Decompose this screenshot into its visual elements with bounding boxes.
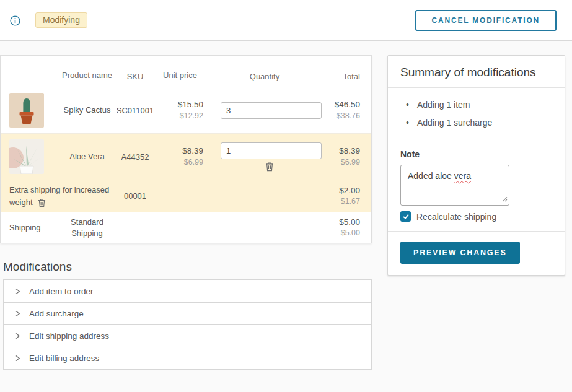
chevron-right-icon xyxy=(14,354,21,362)
delete-surcharge-button[interactable] xyxy=(38,198,46,207)
recalculate-shipping-checkbox-row[interactable]: Recalculate shipping xyxy=(400,211,552,222)
note-label: Note xyxy=(400,149,552,159)
chevron-right-icon xyxy=(14,310,21,318)
accordion-edit-shipping-address[interactable]: Edit shipping address xyxy=(4,324,371,347)
aloe-vera-image xyxy=(9,139,44,174)
order-items-table: Product name SKU Unit price Quantity Tot… xyxy=(0,55,372,243)
modifications-heading: Modifications xyxy=(3,260,372,274)
summary-of-modifications-panel: Summary of modifications Adding 1 item A… xyxy=(387,55,565,276)
accordion-add-item-to-order[interactable]: Add item to order xyxy=(4,280,371,302)
accordion-add-surcharge[interactable]: Add surcharge xyxy=(4,302,371,324)
row-total: $5.00 xyxy=(326,217,360,228)
row-total: $2.00 xyxy=(326,185,360,196)
panel-title: Summary of modifications xyxy=(400,66,552,79)
summary-bullet-item: Adding 1 item xyxy=(400,96,552,114)
quantity-input-aloe-vera[interactable] xyxy=(221,142,322,159)
note-textarea[interactable]: Added aloe vera xyxy=(400,165,509,206)
modifications-accordion: Add item to order Add surcharge Edit shi… xyxy=(3,279,372,370)
product-sku: SC011001 xyxy=(113,106,157,115)
accordion-edit-billing-address[interactable]: Edit billing address xyxy=(4,347,371,369)
row-total: $46.50 xyxy=(326,99,360,110)
table-row-spiky-cactus: Spiky Cactus SC011001 $15.50 $12.92 $46.… xyxy=(1,87,371,133)
shipping-label: Shipping xyxy=(1,223,61,232)
shipping-method: Standard Shipping xyxy=(61,217,113,238)
col-header-product-name: Product name xyxy=(61,70,113,81)
recalculate-shipping-label: Recalculate shipping xyxy=(416,212,496,222)
col-header-unit-price: Unit price xyxy=(157,70,203,81)
misspelled-word: vera xyxy=(454,171,471,181)
unit-price-secondary: $12.92 xyxy=(157,111,203,121)
row-total-secondary: $5.00 xyxy=(326,228,360,238)
summary-bullet-item: Adding 1 surcharge xyxy=(400,114,552,132)
row-total-secondary: $6.99 xyxy=(326,157,360,168)
resize-handle-icon[interactable] xyxy=(501,194,508,204)
col-header-quantity: Quantity xyxy=(203,72,326,81)
unit-price-secondary: $6.99 xyxy=(157,157,203,168)
trash-icon xyxy=(265,162,274,172)
trash-icon xyxy=(38,198,46,207)
spiky-cactus-image xyxy=(9,93,44,128)
row-total-secondary: $38.76 xyxy=(326,111,360,121)
product-name: Spiky Cactus xyxy=(61,105,113,116)
unit-price: $8.39 xyxy=(157,146,203,157)
preview-changes-button[interactable]: PREVIEW CHANGES xyxy=(400,242,520,264)
product-sku: A44352 xyxy=(113,152,157,162)
cancel-modification-button[interactable]: CANCEL MODIFICATION xyxy=(415,10,557,31)
table-row-shipping: Shipping Standard Shipping $5.00 $5.00 xyxy=(1,212,371,243)
table-row-extra-shipping-surcharge: Extra shipping for increased weight 0000… xyxy=(1,180,371,212)
table-header-row: Product name SKU Unit price Quantity Tot… xyxy=(1,56,371,87)
delete-aloe-vera-button[interactable] xyxy=(265,162,274,172)
quantity-input-spiky-cactus[interactable] xyxy=(221,102,322,119)
surcharge-name: Extra shipping for increased weight xyxy=(9,185,109,207)
check-icon xyxy=(402,213,410,220)
surcharge-sku: 00001 xyxy=(113,191,157,201)
col-header-total: Total xyxy=(326,72,371,81)
chevron-right-icon xyxy=(14,287,21,295)
status-badge: Modifying xyxy=(35,12,87,28)
unit-price: $15.50 xyxy=(157,99,203,110)
table-row-aloe-vera: Aloe Vera A44352 $8.39 $6.99 $8.39 xyxy=(1,133,371,180)
row-total-secondary: $1.67 xyxy=(326,196,360,207)
top-bar: Modifying CANCEL MODIFICATION xyxy=(0,0,572,41)
col-header-sku: SKU xyxy=(113,72,157,81)
checkbox-checked xyxy=(400,211,411,222)
product-name: Aloe Vera xyxy=(61,151,113,162)
row-total: $8.39 xyxy=(326,146,360,157)
info-circle-icon[interactable] xyxy=(10,15,20,26)
chevron-right-icon xyxy=(14,332,21,340)
